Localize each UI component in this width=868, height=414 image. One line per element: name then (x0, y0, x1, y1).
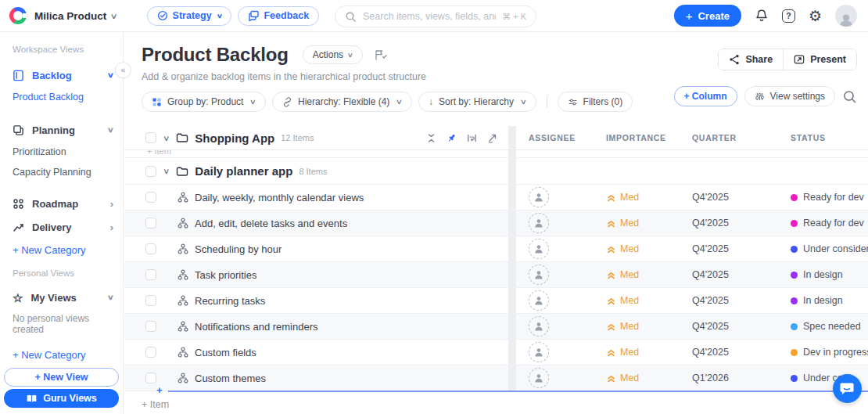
row-checkbox[interactable] (145, 132, 156, 143)
table-row[interactable]: Recurring tasks Med Q4'2025 In design (124, 288, 868, 314)
send-arrow-icon[interactable] (487, 133, 497, 143)
insert-plus-icon[interactable]: + (156, 384, 163, 396)
column-header-status[interactable]: STATUS (791, 133, 868, 142)
share-button[interactable]: Share (719, 49, 783, 70)
strategy-button[interactable]: Strategy ∨ (147, 6, 232, 26)
importance-cell[interactable]: Med (606, 295, 692, 306)
table-row[interactable]: Task priorities Med Q4'2025 In design (124, 262, 868, 288)
group-by-button[interactable]: Group by: Product ∨ (142, 92, 266, 112)
row-checkbox[interactable] (145, 321, 156, 332)
item-title[interactable]: Recurring tasks (195, 295, 265, 307)
search-input[interactable] (363, 11, 496, 22)
item-title[interactable]: Add, edit, delete tasks and events (195, 218, 347, 229)
global-search[interactable]: ⌘ + K (335, 5, 536, 27)
status-cell[interactable]: Dev in progress (791, 347, 868, 358)
unassigned-avatar[interactable] (529, 368, 549, 388)
sidebar-item-prioritization[interactable]: Prioritization (0, 142, 123, 162)
row-checkbox[interactable] (145, 243, 156, 254)
importance-cell[interactable]: Med (606, 243, 692, 254)
group-name[interactable]: Shopping App (195, 131, 274, 145)
item-title[interactable]: Custom themes (195, 373, 266, 384)
quarter-cell[interactable]: Q4'2025 (692, 192, 791, 203)
importance-cell[interactable]: Med (606, 321, 692, 332)
status-cell[interactable]: Under consider... (791, 243, 868, 254)
row-checkbox[interactable] (145, 218, 156, 229)
flag-check-button[interactable] (374, 49, 387, 61)
table-row[interactable]: Notifications and reminders Med Q4'2025 … (124, 314, 868, 340)
unassigned-avatar[interactable] (529, 290, 549, 311)
item-title[interactable]: Scheduling by hour (195, 243, 282, 255)
column-header-quarter[interactable]: QUARTER (692, 133, 791, 142)
importance-cell[interactable]: Med (606, 373, 692, 383)
status-cell[interactable]: In design (791, 269, 868, 280)
unassigned-avatar[interactable] (529, 187, 549, 207)
add-column-button[interactable]: + Column (674, 86, 737, 106)
table-search-button[interactable] (842, 89, 857, 104)
row-checkbox[interactable] (145, 192, 156, 203)
user-avatar[interactable] (835, 5, 857, 27)
status-cell[interactable]: Ready for dev (791, 192, 868, 203)
unassigned-avatar[interactable] (529, 316, 549, 337)
quarter-cell[interactable]: Q4'2025 (692, 295, 791, 306)
unassigned-avatar[interactable] (529, 239, 549, 259)
view-settings-button[interactable]: View settings (744, 86, 835, 106)
table-row[interactable]: Daily, weekly, monthly calendar views Me… (124, 185, 868, 211)
hierarchy-button[interactable]: Hierarchy: Flexible (4) ∨ (272, 92, 412, 112)
pin-icon[interactable] (447, 133, 457, 143)
unassigned-avatar[interactable] (529, 213, 549, 233)
unassigned-avatar[interactable] (529, 342, 549, 362)
table-row[interactable]: Custom themes Med Q1'2026 Under con... (124, 365, 868, 391)
importance-cell[interactable]: Med (606, 192, 692, 203)
chevron-down-icon[interactable]: ∨ (163, 167, 170, 175)
column-header-assignee[interactable]: ASSIGNEE (516, 133, 606, 142)
table-row[interactable]: Scheduling by hour Med Q4'2025 Under con… (124, 236, 868, 262)
item-title[interactable]: Custom fields (195, 347, 256, 358)
column-header-importance[interactable]: IMPORTANCE (606, 133, 692, 142)
sort-by-button[interactable]: ↓ Sort by: Hierarchy ∨ (418, 92, 536, 112)
sidebar-item-roadmap[interactable]: Roadmap › (0, 192, 123, 215)
workspace-name[interactable]: Milica Product (34, 10, 106, 22)
wrap-text-icon[interactable] (467, 133, 477, 143)
sidebar-collapse-button[interactable]: « (115, 62, 131, 78)
sidebar-item-product-backlog[interactable]: Product Backlog (0, 87, 123, 107)
sidebar-item-planning[interactable]: Planning ∨ (0, 118, 123, 142)
add-item-button[interactable]: + Item (124, 391, 868, 410)
importance-cell[interactable]: Med (606, 347, 692, 358)
chevron-down-icon[interactable]: ∨ (110, 12, 118, 20)
row-checkbox[interactable] (145, 373, 156, 383)
unassigned-avatar[interactable] (529, 265, 549, 285)
importance-cell[interactable]: Med (606, 218, 692, 229)
quarter-cell[interactable]: Q1'2026 (692, 373, 791, 383)
chat-launcher-button[interactable] (833, 374, 862, 403)
row-checkbox[interactable] (145, 166, 156, 177)
guru-views-button[interactable]: Guru Views (4, 389, 119, 408)
actions-button[interactable]: Actions ∨ (303, 45, 363, 64)
item-title[interactable]: Notifications and reminders (195, 321, 318, 333)
item-title[interactable]: Task priorities (195, 269, 256, 281)
craft-logo-icon[interactable] (9, 7, 27, 24)
quarter-cell[interactable]: Q4'2025 (692, 347, 791, 358)
collapse-rows-icon[interactable] (426, 133, 436, 143)
sidebar-item-backlog[interactable]: Backlog ∨ (0, 63, 123, 87)
new-category-link[interactable]: + New Category (0, 239, 123, 261)
quarter-cell[interactable]: Q4'2025 (692, 321, 791, 332)
quarter-cell[interactable]: Q4'2025 (692, 269, 791, 280)
notifications-button[interactable] (755, 9, 769, 23)
status-cell[interactable]: In design (791, 295, 868, 306)
row-checkbox[interactable] (145, 269, 156, 280)
chevron-down-icon[interactable]: ∨ (163, 134, 170, 142)
table-row[interactable]: Custom fields Med Q4'2025 Dev in progres… (124, 340, 868, 365)
settings-button[interactable]: ⚙ (809, 9, 822, 23)
feedback-button[interactable]: Feedback (238, 6, 319, 26)
sidebar-item-capacity-planning[interactable]: Capacity Planning (0, 162, 123, 182)
table-row[interactable]: Add, edit, delete tasks and events Med Q… (124, 211, 868, 236)
importance-cell[interactable]: Med (606, 269, 692, 280)
status-cell[interactable]: Ready for dev (791, 218, 868, 229)
sidebar-item-my-views[interactable]: ☆ My Views ∨ (0, 286, 123, 309)
new-category-link-2[interactable]: + New Category (0, 344, 123, 365)
row-checkbox[interactable] (145, 295, 156, 306)
new-view-button[interactable]: + New View (4, 368, 119, 387)
status-cell[interactable]: Spec needed (791, 321, 868, 332)
sidebar-item-delivery[interactable]: Delivery › (0, 215, 123, 239)
item-title[interactable]: Daily, weekly, monthly calendar views (195, 192, 364, 203)
